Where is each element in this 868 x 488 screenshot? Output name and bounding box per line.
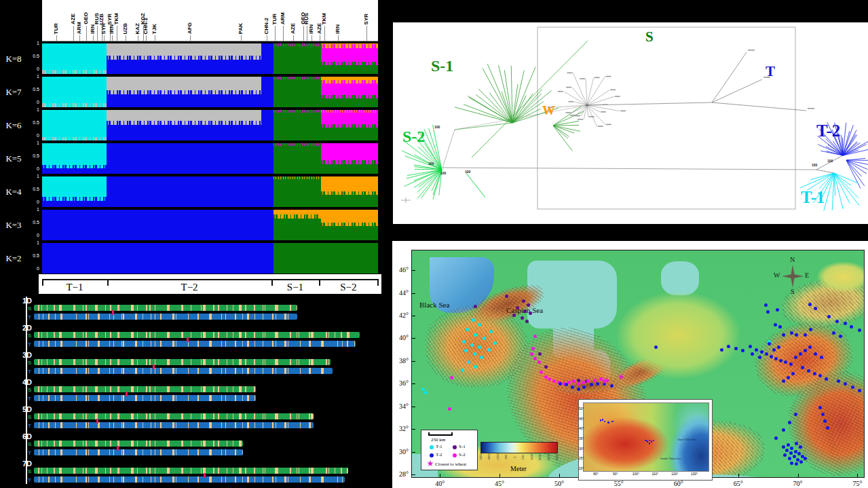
population-label: IRN xyxy=(109,24,115,34)
map-point-t-2 xyxy=(858,329,861,332)
scale-bar-tick-left xyxy=(428,432,430,436)
tree-text: S xyxy=(645,29,654,45)
k-label: K=5 xyxy=(1,153,26,164)
centromere-marker-1D xyxy=(112,310,114,315)
map-point-t-2 xyxy=(799,460,803,464)
map-point-t-2 xyxy=(789,362,793,366)
map-point-t-1 xyxy=(464,349,468,352)
admixture-segment xyxy=(42,243,273,274)
admixture-layer xyxy=(42,77,107,105)
wheat-star-icon xyxy=(427,460,434,467)
tree-text: 100 xyxy=(465,170,471,174)
map-point-s-2 xyxy=(533,335,537,338)
tree-tip-microlabel xyxy=(575,115,580,117)
inset-sample-point xyxy=(649,443,651,445)
admixture-layer xyxy=(42,210,273,240)
map-point-t-2 xyxy=(799,352,802,356)
population-tick-line xyxy=(275,26,276,41)
admixture-segment xyxy=(42,143,107,174)
admixture-segment xyxy=(261,43,273,74)
colorbar-tick: -3000 xyxy=(487,451,491,464)
population-label: AZE xyxy=(70,14,76,24)
tree-text: S-1 xyxy=(431,57,453,75)
map-point-t-2 xyxy=(764,303,768,307)
admixture-segment xyxy=(107,77,261,107)
map-point-t-2 xyxy=(837,379,840,383)
population-tick-line xyxy=(146,35,147,41)
admixture-segment xyxy=(107,176,273,207)
inset-lat-label: 45° xyxy=(579,417,584,421)
map-point-t-2 xyxy=(801,366,804,369)
map-point-t-2 xyxy=(827,315,831,318)
tree-text: S-2 xyxy=(402,128,425,145)
colorbar-tick-labels: -5000-3000-1500-50005001000200030005000 xyxy=(476,453,565,466)
admixture-layer xyxy=(321,225,378,240)
map-point-t-2 xyxy=(779,359,782,362)
admixture-layer xyxy=(261,110,273,140)
population-tick-line xyxy=(104,35,105,41)
admixture-layer xyxy=(107,58,261,74)
admixture-segment xyxy=(273,110,321,140)
nj-tree-svg: 100100100100100100S-1S-2WSTT-2T-1 xyxy=(393,22,868,224)
admixture-jag xyxy=(321,223,378,226)
map-point-t-2 xyxy=(804,349,807,352)
admixture-jag xyxy=(42,70,107,73)
map-point-t-2 xyxy=(820,356,823,359)
admixture-jag xyxy=(321,191,378,195)
y-tick-label: 0.5 xyxy=(26,54,39,58)
map-point-t-2 xyxy=(794,356,797,359)
y-tick-label: 0 xyxy=(26,100,39,105)
colorbar-tick: -1500 xyxy=(495,451,499,464)
population-tick-line xyxy=(79,35,80,41)
y-tick-label: 1 xyxy=(26,207,39,212)
map-point-t-2 xyxy=(796,458,799,462)
admixture-specks xyxy=(273,43,321,46)
tree-tip-microlabel xyxy=(566,87,571,88)
map-point-s-2 xyxy=(530,352,533,356)
population-tick-line xyxy=(267,35,267,41)
map-point-t-1 xyxy=(478,323,481,326)
map-point-t-2 xyxy=(794,450,797,453)
map-point-t-2 xyxy=(782,333,785,337)
y-tick-label: 0.5 xyxy=(26,153,39,158)
map-point-s-2 xyxy=(593,379,597,382)
inset-lon-label: 80° xyxy=(593,472,599,476)
map-point-t-2 xyxy=(766,310,770,314)
population-tick-line xyxy=(138,35,138,41)
map-point-s-1 xyxy=(577,379,580,382)
admixture-segment xyxy=(261,77,273,107)
population-tick-line xyxy=(73,26,74,41)
scale-bar-tick-right xyxy=(451,432,453,436)
east-china-sea-label: East China Sea xyxy=(678,438,705,441)
population-tick-line xyxy=(283,26,284,41)
tree-tip-microlabel xyxy=(808,108,814,109)
structure-row-k=7 xyxy=(42,77,378,107)
map-point-t-1 xyxy=(474,365,477,369)
y-tick-label: 1 xyxy=(26,240,39,245)
population-label-strip: TURAZEARMGEOIRNRUSUZBSYRSYRTKMIRNUZBKAZK… xyxy=(42,0,378,41)
population-tick-line xyxy=(117,26,117,41)
k-label: K=3 xyxy=(1,220,26,231)
colorbar-tick: 5000 xyxy=(555,451,559,464)
population-label: RUS xyxy=(303,13,309,24)
row-label-t: T xyxy=(28,477,31,483)
colorbar-tick: 500 xyxy=(521,451,525,464)
map-point-t-2 xyxy=(770,355,773,358)
population-tick-line xyxy=(338,35,339,41)
map-point-t-1 xyxy=(483,337,486,340)
y-tick-label: 1 xyxy=(26,107,39,112)
map-point-t-2 xyxy=(795,442,798,445)
map-point-t-2 xyxy=(832,331,835,335)
admixture-segment xyxy=(42,77,107,107)
map-point-s-1 xyxy=(505,295,508,298)
chromosome-bar-s-5D xyxy=(34,413,314,419)
map-point-t-2 xyxy=(577,388,580,391)
map-point-t-2 xyxy=(797,452,801,455)
tree-tip-microlabel xyxy=(620,111,626,112)
population-label: TKM xyxy=(321,13,327,24)
china-inset-map: East China Sea South China Sea 50°45°40°… xyxy=(578,399,713,481)
admixture-segment xyxy=(273,43,321,74)
map-point-s-2 xyxy=(531,347,535,350)
chromosome-bar-t-2D xyxy=(34,341,356,347)
inset-lat-label: 40° xyxy=(579,426,584,430)
